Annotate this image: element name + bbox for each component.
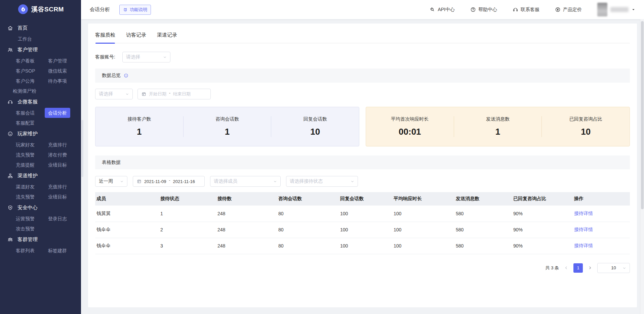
stat-sent-messages: 发送消息数 1	[454, 116, 542, 137]
logo-flame-icon	[18, 4, 28, 14]
page-number-1[interactable]: 1	[573, 263, 583, 273]
tab-bar: 客服质检 访客记录 渠道记录	[95, 24, 630, 43]
page-size-select[interactable]: 10	[597, 263, 630, 273]
contact-support-link[interactable]: 联系客服	[513, 7, 539, 13]
sidebar-item-channel-recharge-rank[interactable]: 充值排行	[48, 182, 67, 192]
sidebar-item-channel-churn[interactable]: 流失预警	[16, 192, 35, 202]
sidebar-item-login-log[interactable]: 登录日志	[48, 214, 67, 224]
cell-status: 2	[159, 222, 216, 238]
sidebar-item-customer-board[interactable]: 客户看板	[16, 56, 35, 66]
sidebar-item-home[interactable]: 首页	[0, 22, 81, 34]
sidebar-item-channel-maintain[interactable]: 渠道维护	[0, 170, 81, 182]
contact-support-label: 联系客服	[521, 7, 539, 13]
table-row: 钱伞伞 3 248 80 100 100 580 90% 接待详情	[95, 238, 630, 254]
cell-status: 3	[159, 238, 216, 254]
sidebar-item-channel-friends[interactable]: 渠道好友	[16, 182, 35, 192]
table-filter-row: 近一周 2021-11-09 - 2021-11-16	[95, 176, 630, 187]
sidebar-item-potential-pay[interactable]: 潜在付费	[48, 150, 67, 160]
account-field-label: 客服账号:	[95, 54, 115, 60]
chevron-down-icon	[163, 55, 167, 59]
group-label: 安全中心	[17, 205, 38, 211]
sidebar-item-service-session[interactable]: 客服会话	[16, 108, 35, 118]
col-avg-response: 平均响应时长	[392, 192, 454, 206]
group-label: 首页	[17, 25, 28, 31]
sidebar-item-customer-pool[interactable]: 客户公海	[16, 76, 35, 86]
date-end-value: 2021-11-16	[173, 179, 195, 184]
sidebar-item-customer-mgmt[interactable]: 客户管理	[0, 44, 81, 56]
sidebar-item-recharge-rank[interactable]: 充值排行	[48, 140, 67, 150]
sidebar-item-customer-sop[interactable]: 客户SOP	[16, 66, 35, 76]
sidebar-item-recharge-remind[interactable]: 充值提醒	[16, 160, 35, 170]
cell-ratio: 90%	[512, 238, 573, 254]
sidebar-item-group-mgmt[interactable]: 客群管理	[0, 234, 81, 245]
app-root: 溪谷SCRM 首页 工作台 客户管理	[0, 0, 644, 314]
sidebar-nav: 首页 工作台 客户管理 客户看板 客户管理 客户SOP 微信线索	[0, 18, 81, 256]
sidebar-item-customer-manage[interactable]: 客户管理	[48, 56, 67, 66]
main-column: 会话分析 功能说明 API中心 帮助中心	[81, 0, 644, 314]
col-replied-ratio: 已回复咨询占比	[512, 192, 573, 206]
stat-label: 回复会话数	[271, 116, 359, 122]
page-scrollbar-thumb[interactable]	[641, 21, 644, 209]
tab-visitor-records[interactable]: 访客记录	[126, 32, 146, 43]
user-name-blurred	[610, 7, 629, 12]
page-size-value: 10	[611, 265, 616, 270]
sidebar-item-session-analysis[interactable]: 会话分析	[45, 108, 70, 118]
sidebar-item-tag-group[interactable]: 标签建群	[48, 245, 67, 256]
tab-channel-records[interactable]: 渠道记录	[157, 32, 177, 43]
account-menu[interactable]	[597, 3, 635, 16]
sidebar-item-security-center[interactable]: 安全中心	[0, 202, 81, 214]
sidebar-item-todo[interactable]: 待办事项	[48, 76, 67, 86]
overview-date-range-picker[interactable]: 开始日期 - 结束日期	[137, 89, 211, 99]
sidebar-item-wechat-leads[interactable]: 微信线索	[48, 66, 67, 76]
next-page-button[interactable]	[588, 266, 592, 270]
reception-status-select[interactable]: 请选择接待状态	[286, 176, 358, 187]
nav-group-home: 首页 工作台	[0, 22, 81, 44]
sidebar-scrollbar[interactable]	[81, 120, 83, 177]
account-select[interactable]: 请选择	[122, 52, 170, 62]
reception-detail-link[interactable]: 接待详情	[574, 243, 593, 248]
sidebar-item-wecom-service[interactable]: 企微客服	[0, 96, 81, 108]
chevron-down-icon	[351, 180, 354, 183]
stat-avg-first-response: 平均首次响应时长 00:01	[366, 116, 454, 137]
headset-icon	[7, 99, 13, 105]
sidebar-item-group-list[interactable]: 客群列表	[16, 245, 35, 256]
cell-sent: 580	[454, 222, 512, 238]
feature-description-button[interactable]: 功能说明	[119, 5, 151, 15]
sidebar-item-workbench[interactable]: 工作台	[18, 34, 32, 44]
api-icon	[430, 7, 435, 12]
table-section-header: 表格数据	[95, 155, 630, 169]
sidebar-item-service-config[interactable]: 客服配置	[16, 118, 35, 128]
sidebar-item-ops-warning[interactable]: 运营预警	[16, 214, 35, 224]
col-reception-status: 接待状态	[159, 192, 216, 206]
shield-plus-icon	[7, 205, 13, 211]
api-center-link[interactable]: API中心	[430, 7, 455, 13]
sidebar-item-attack-warning[interactable]: 攻击预警	[16, 224, 35, 234]
help-center-link[interactable]: 帮助中心	[470, 7, 497, 13]
pricing-link[interactable]: 产品定价	[555, 7, 582, 13]
sidebar-item-player-maintain[interactable]: 玩家维护	[0, 128, 81, 140]
status-select-placeholder: 请选择接待状态	[290, 178, 323, 184]
app-logo: 溪谷SCRM	[0, 0, 81, 18]
sidebar-item-player-friends[interactable]: 玩家好友	[16, 140, 35, 150]
sidebar-item-churn-warning[interactable]: 流失预警	[16, 150, 35, 160]
reception-detail-link[interactable]: 接待详情	[574, 227, 593, 232]
info-icon[interactable]	[124, 73, 128, 78]
cell-member: 钱翼翼	[95, 206, 159, 222]
tab-service-quality[interactable]: 客服质检	[95, 32, 115, 43]
nav-group-wecom-service: 企微客服 客服会话 会话分析 客服配置	[0, 96, 81, 128]
sidebar-item-performance-goal[interactable]: 业绩目标	[48, 160, 67, 170]
period-select[interactable]: 近一周	[95, 176, 127, 187]
stat-label: 发送消息数	[454, 116, 542, 122]
cell-inquiry: 80	[277, 206, 339, 222]
member-select[interactable]: 请选择成员	[210, 176, 281, 187]
nav-group-security: 安全中心 运营预警 登录日志 攻击预警	[0, 202, 81, 234]
overview-range-select[interactable]: 请选择	[95, 89, 133, 99]
reception-detail-link[interactable]: 接待详情	[574, 211, 593, 216]
sidebar-item-zombie-check[interactable]: 检测僵尸粉	[13, 86, 36, 96]
sidebar-item-channel-goal[interactable]: 业绩目标	[48, 192, 67, 202]
table-date-range-picker[interactable]: 2021-11-09 - 2021-11-16	[133, 176, 205, 187]
cell-avg-response: 100	[392, 222, 454, 238]
prev-page-button[interactable]	[564, 266, 568, 270]
stat-value: 10	[271, 127, 359, 137]
pagination: 共 3 条 1 10	[95, 263, 630, 273]
